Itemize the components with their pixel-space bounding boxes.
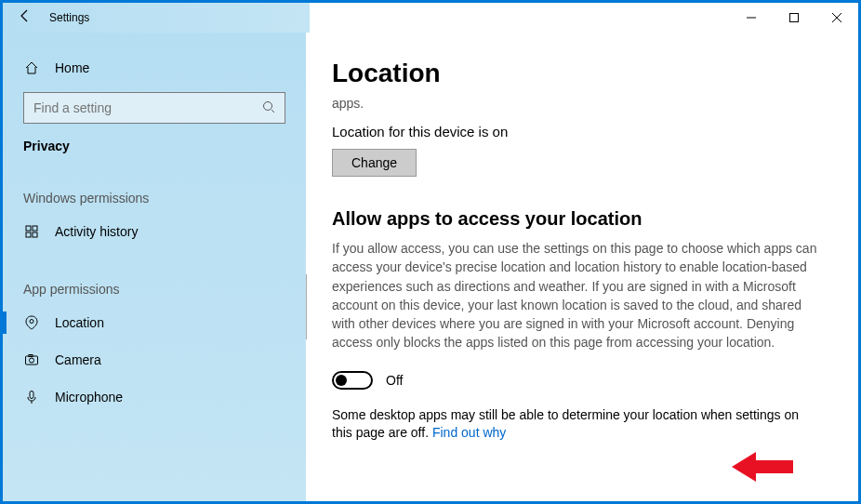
- sidebar-item-camera[interactable]: Camera: [3, 341, 306, 378]
- section-app-permissions: App permissions: [3, 282, 306, 297]
- allow-apps-heading: Allow apps to access your location: [332, 208, 821, 230]
- settings-window: Settings Home: [0, 0, 861, 504]
- sidebar-item-home[interactable]: Home: [3, 49, 306, 86]
- svg-rect-7: [33, 232, 37, 237]
- sidebar-item-label: Microphone: [55, 390, 123, 405]
- minimize-button[interactable]: [730, 3, 773, 33]
- location-icon: [23, 315, 40, 330]
- page-title: Location: [332, 59, 821, 88]
- change-button[interactable]: Change: [332, 149, 417, 177]
- activity-history-icon: [23, 224, 40, 239]
- sidebar-item-activity-history[interactable]: Activity history: [3, 213, 306, 250]
- svg-rect-4: [26, 226, 31, 231]
- sidebar-item-label: Activity history: [55, 224, 138, 239]
- footer-text: Some desktop apps may still be able to d…: [332, 407, 799, 441]
- sidebar-active-category[interactable]: Privacy: [3, 139, 306, 153]
- svg-rect-9: [26, 356, 38, 365]
- svg-point-10: [30, 358, 34, 363]
- maximize-button[interactable]: [773, 3, 815, 33]
- sidebar-item-label: Location: [55, 315, 104, 330]
- back-button[interactable]: [3, 8, 47, 27]
- scrollbar-hint[interactable]: [306, 274, 307, 339]
- svg-rect-5: [33, 226, 37, 231]
- desktop-apps-note: Some desktop apps may still be able to d…: [332, 406, 821, 443]
- home-icon: [23, 60, 40, 75]
- search-field[interactable]: [33, 100, 227, 115]
- search-icon: [262, 100, 275, 116]
- truncated-text: apps.: [332, 96, 821, 111]
- titlebar: Settings: [3, 3, 858, 33]
- sidebar-item-location[interactable]: Location: [3, 304, 306, 341]
- svg-rect-12: [30, 391, 33, 399]
- svg-point-8: [30, 320, 33, 324]
- sidebar-item-microphone[interactable]: Microphone: [3, 378, 306, 416]
- find-out-why-link[interactable]: Find out why: [432, 425, 506, 440]
- window-title: Settings: [47, 11, 89, 24]
- svg-point-2: [264, 101, 272, 110]
- device-location-status: Location for this device is on: [332, 124, 821, 139]
- location-access-toggle[interactable]: [332, 371, 373, 390]
- svg-rect-6: [26, 232, 31, 237]
- toggle-knob: [336, 375, 347, 386]
- sidebar-item-label: Camera: [55, 352, 101, 367]
- close-button[interactable]: [815, 3, 858, 33]
- camera-icon: [23, 352, 40, 367]
- svg-rect-1: [790, 14, 799, 22]
- allow-apps-description: If you allow access, you can use the set…: [332, 239, 821, 352]
- svg-line-3: [272, 110, 274, 113]
- sidebar-home-label: Home: [55, 60, 89, 75]
- toggle-state-label: Off: [386, 373, 403, 388]
- section-windows-permissions: Windows permissions: [3, 191, 306, 206]
- search-input[interactable]: [23, 92, 285, 124]
- sidebar: Home Privacy Windows permissions Activit…: [3, 33, 306, 501]
- annotation-arrow: [732, 452, 793, 482]
- content-area: Location apps. Location for this device …: [306, 33, 858, 501]
- microphone-icon: [23, 390, 40, 405]
